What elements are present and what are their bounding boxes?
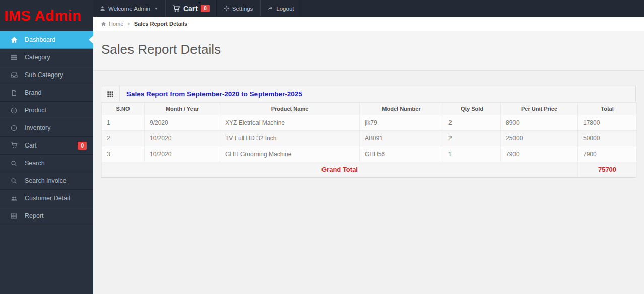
info-icon [10, 107, 18, 114]
cart-icon [172, 5, 180, 13]
navbar-logout-label: Logout [276, 6, 294, 12]
sidebar-item-label: Category [25, 54, 50, 61]
column-header: S.NO [102, 103, 145, 115]
cart-count-badge: 0 [201, 5, 210, 13]
user-icon [100, 6, 105, 11]
navbar-cart-label: Cart [183, 5, 198, 13]
content-body: Sales Report from September-2020 to Sept… [93, 71, 644, 178]
cart-icon [10, 142, 18, 149]
cart-count-badge: 0 [78, 142, 87, 150]
cell-sno: 1 [102, 115, 145, 131]
home-icon [101, 21, 106, 27]
table-icon [10, 213, 18, 219]
cell-unit-price: 25000 [501, 131, 578, 146]
column-header: Qty Sold [443, 103, 501, 115]
caret-down-icon [197, 1, 202, 5]
chevron-right-icon: › [127, 20, 130, 27]
cell-sno: 2 [102, 131, 145, 146]
sidebar-item-search-invoice[interactable]: Search Invoice [0, 172, 93, 190]
navbar-user-menu[interactable]: Welcome Admin [93, 0, 165, 17]
cell-month-year: 9/2020 [145, 115, 220, 131]
table-grid-icon [101, 86, 120, 102]
navbar-user-label: Welcome Admin [108, 6, 150, 12]
app-window: IMS Admin Dashboard Category Sub Categor… [0, 0, 644, 294]
breadcrumb-current: Sales Report Details [134, 21, 187, 27]
cell-qty-sold: 2 [443, 131, 501, 146]
sidebar-item-product[interactable]: Product [0, 102, 93, 119]
sidebar-item-label: Product [25, 107, 46, 114]
table-row: 3 10/2020 GHH Grooming Machine GHH56 1 7… [102, 146, 637, 162]
sidebar-item-brand[interactable]: Brand [0, 84, 93, 102]
sidebar-item-dashboard[interactable]: Dashboard [0, 31, 93, 49]
sidebar-item-cart[interactable]: Cart 0 [0, 137, 93, 155]
cell-product-name: GHH Grooming Machine [220, 146, 360, 162]
sidebar-item-inventory[interactable]: Inventory [0, 119, 93, 137]
home-icon [10, 36, 18, 43]
sales-report-panel: Sales Report from September-2020 to Sept… [101, 86, 636, 178]
sidebar-item-customer-detail[interactable]: Customer Detail [0, 190, 93, 207]
content-area: Sales Report Details Sales Report from S… [93, 31, 644, 294]
grid-icon [10, 54, 18, 61]
sidebar-item-label: Sub Category [25, 71, 63, 79]
cell-model-number: GHH56 [360, 146, 443, 162]
column-header: Model Number [360, 103, 443, 115]
table-row: 1 9/2020 XYZ Eletrical Machine jik79 2 8… [102, 115, 637, 131]
users-icon [10, 195, 18, 202]
sidebar-item-label: Report [25, 212, 44, 219]
top-navbar: Welcome Admin Cart 0 Settings [93, 0, 644, 17]
sidebar-menu: Dashboard Category Sub Category Brand [0, 31, 93, 225]
cell-sno: 3 [102, 146, 145, 162]
sidebar-item-label: Cart [25, 142, 37, 149]
grand-total-row: Grand Total 75700 [102, 162, 637, 177]
inbox-icon [10, 71, 18, 79]
sidebar-item-label: Inventory [25, 124, 50, 131]
cell-month-year: 10/2020 [145, 131, 220, 146]
sidebar-item-label: Search [25, 160, 45, 167]
cell-product-name: XYZ Eletrical Machine [220, 115, 360, 131]
sidebar: IMS Admin Dashboard Category Sub Categor… [0, 0, 93, 294]
cell-month-year: 10/2020 [145, 146, 220, 162]
table-header-row: S.NO Month / Year Product Name Model Num… [102, 103, 637, 115]
cell-total: 7900 [578, 146, 637, 162]
cell-qty-sold: 1 [443, 146, 501, 162]
caret-down-icon [154, 7, 158, 11]
column-header: Per Unit Price [501, 103, 578, 115]
cell-product-name: TV Full HD 32 Inch [220, 131, 360, 146]
search-icon [10, 160, 18, 167]
breadcrumb-home-label: Home [109, 21, 123, 27]
navbar-logout-button[interactable]: Logout [260, 0, 301, 17]
sidebar-item-label: Search Invoice [25, 177, 67, 184]
grand-total-value: 75700 [578, 162, 637, 177]
grand-total-label: Grand Total [102, 162, 578, 177]
column-header: Product Name [220, 103, 360, 115]
sidebar-item-label: Customer Detail [25, 195, 70, 202]
gear-icon [224, 6, 229, 11]
sidebar-item-report[interactable]: Report [0, 207, 93, 225]
sidebar-item-search[interactable]: Search [0, 155, 93, 172]
sidebar-item-label: Dashboard [25, 36, 55, 43]
content-header: Sales Report Details [93, 31, 644, 71]
sidebar-item-sub-category[interactable]: Sub Category [0, 66, 93, 84]
panel-title: Sales Report from September-2020 to Sept… [120, 86, 309, 102]
navbar-settings-button[interactable]: Settings [217, 0, 261, 17]
cell-total: 50000 [578, 131, 637, 146]
info-icon [10, 125, 18, 131]
navbar-settings-label: Settings [232, 6, 253, 12]
main-area: Welcome Admin Cart 0 Settings [93, 0, 644, 294]
breadcrumb: Home › Sales Report Details [93, 17, 644, 31]
navbar-cart-button[interactable]: Cart 0 [165, 0, 217, 17]
breadcrumb-home-link[interactable]: Home [101, 21, 123, 27]
column-header: Total [578, 103, 637, 115]
cell-model-number: jik79 [360, 115, 443, 131]
search-icon [10, 178, 18, 184]
file-icon [10, 90, 18, 96]
sidebar-item-label: Brand [25, 89, 41, 96]
page-title: Sales Report Details [101, 42, 636, 57]
table-row: 2 10/2020 TV Full HD 32 Inch AB091 2 250… [102, 131, 637, 146]
sidebar-item-category[interactable]: Category [0, 49, 93, 66]
sales-report-table: S.NO Month / Year Product Name Model Num… [101, 102, 637, 177]
cell-qty-sold: 2 [443, 115, 501, 131]
cell-unit-price: 7900 [501, 146, 578, 162]
logout-icon [267, 6, 273, 11]
cell-total: 17800 [578, 115, 637, 131]
